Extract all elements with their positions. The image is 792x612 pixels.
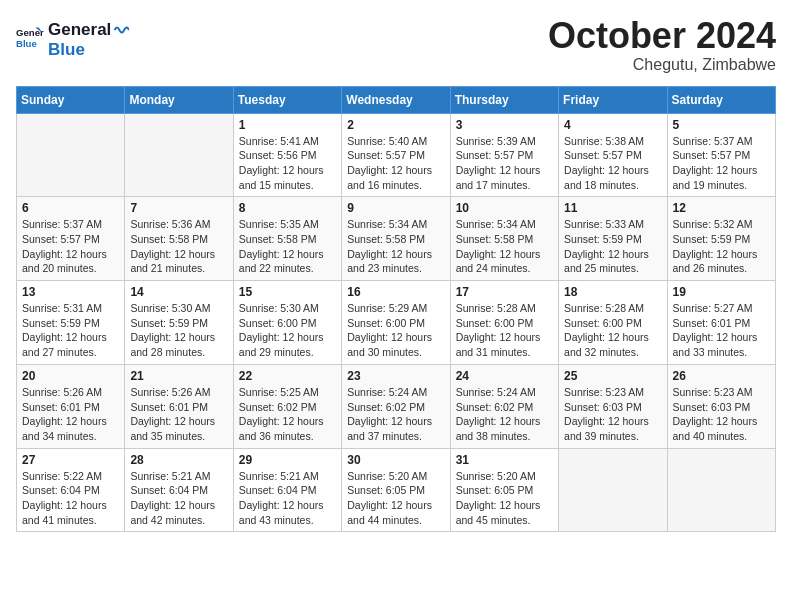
day-number: 2 xyxy=(347,118,444,132)
day-number: 10 xyxy=(456,201,553,215)
calendar-week-5: 27Sunrise: 5:22 AMSunset: 6:04 PMDayligh… xyxy=(17,448,776,532)
weekday-header-thursday: Thursday xyxy=(450,86,558,113)
calendar-cell: 8Sunrise: 5:35 AMSunset: 5:58 PMDaylight… xyxy=(233,197,341,281)
location-subtitle: Chegutu, Zimbabwe xyxy=(548,56,776,74)
calendar-cell: 5Sunrise: 5:37 AMSunset: 5:57 PMDaylight… xyxy=(667,113,775,197)
day-number: 14 xyxy=(130,285,227,299)
calendar-cell: 13Sunrise: 5:31 AMSunset: 5:59 PMDayligh… xyxy=(17,281,125,365)
calendar-cell: 2Sunrise: 5:40 AMSunset: 5:57 PMDaylight… xyxy=(342,113,450,197)
weekday-header-friday: Friday xyxy=(559,86,667,113)
day-info: Sunrise: 5:39 AMSunset: 5:57 PMDaylight:… xyxy=(456,134,553,193)
calendar-cell: 4Sunrise: 5:38 AMSunset: 5:57 PMDaylight… xyxy=(559,113,667,197)
calendar-cell: 11Sunrise: 5:33 AMSunset: 5:59 PMDayligh… xyxy=(559,197,667,281)
day-number: 15 xyxy=(239,285,336,299)
page-header: General Blue General Blue October 2024 C… xyxy=(16,16,776,74)
calendar-cell: 23Sunrise: 5:24 AMSunset: 6:02 PMDayligh… xyxy=(342,364,450,448)
calendar-cell: 20Sunrise: 5:26 AMSunset: 6:01 PMDayligh… xyxy=(17,364,125,448)
day-number: 12 xyxy=(673,201,770,215)
day-info: Sunrise: 5:24 AMSunset: 6:02 PMDaylight:… xyxy=(347,385,444,444)
day-number: 6 xyxy=(22,201,119,215)
day-info: Sunrise: 5:26 AMSunset: 6:01 PMDaylight:… xyxy=(22,385,119,444)
day-info: Sunrise: 5:34 AMSunset: 5:58 PMDaylight:… xyxy=(347,217,444,276)
day-info: Sunrise: 5:31 AMSunset: 5:59 PMDaylight:… xyxy=(22,301,119,360)
day-info: Sunrise: 5:37 AMSunset: 5:57 PMDaylight:… xyxy=(22,217,119,276)
day-info: Sunrise: 5:28 AMSunset: 6:00 PMDaylight:… xyxy=(564,301,661,360)
day-number: 1 xyxy=(239,118,336,132)
calendar-cell: 10Sunrise: 5:34 AMSunset: 5:58 PMDayligh… xyxy=(450,197,558,281)
day-number: 31 xyxy=(456,453,553,467)
day-number: 3 xyxy=(456,118,553,132)
day-info: Sunrise: 5:21 AMSunset: 6:04 PMDaylight:… xyxy=(130,469,227,528)
day-number: 19 xyxy=(673,285,770,299)
logo-text-general: General xyxy=(48,20,111,40)
weekday-header-monday: Monday xyxy=(125,86,233,113)
day-number: 11 xyxy=(564,201,661,215)
day-number: 24 xyxy=(456,369,553,383)
day-number: 25 xyxy=(564,369,661,383)
day-number: 20 xyxy=(22,369,119,383)
day-info: Sunrise: 5:32 AMSunset: 5:59 PMDaylight:… xyxy=(673,217,770,276)
day-number: 27 xyxy=(22,453,119,467)
calendar-week-2: 6Sunrise: 5:37 AMSunset: 5:57 PMDaylight… xyxy=(17,197,776,281)
calendar-cell: 31Sunrise: 5:20 AMSunset: 6:05 PMDayligh… xyxy=(450,448,558,532)
day-number: 22 xyxy=(239,369,336,383)
day-number: 21 xyxy=(130,369,227,383)
day-number: 16 xyxy=(347,285,444,299)
calendar-cell: 26Sunrise: 5:23 AMSunset: 6:03 PMDayligh… xyxy=(667,364,775,448)
calendar-cell: 3Sunrise: 5:39 AMSunset: 5:57 PMDaylight… xyxy=(450,113,558,197)
calendar-cell: 24Sunrise: 5:24 AMSunset: 6:02 PMDayligh… xyxy=(450,364,558,448)
calendar-cell: 19Sunrise: 5:27 AMSunset: 6:01 PMDayligh… xyxy=(667,281,775,365)
calendar-cell: 7Sunrise: 5:36 AMSunset: 5:58 PMDaylight… xyxy=(125,197,233,281)
calendar-cell xyxy=(125,113,233,197)
calendar-cell xyxy=(17,113,125,197)
day-info: Sunrise: 5:36 AMSunset: 5:58 PMDaylight:… xyxy=(130,217,227,276)
day-info: Sunrise: 5:21 AMSunset: 6:04 PMDaylight:… xyxy=(239,469,336,528)
day-number: 18 xyxy=(564,285,661,299)
day-info: Sunrise: 5:29 AMSunset: 6:00 PMDaylight:… xyxy=(347,301,444,360)
day-number: 17 xyxy=(456,285,553,299)
day-info: Sunrise: 5:37 AMSunset: 5:57 PMDaylight:… xyxy=(673,134,770,193)
day-number: 28 xyxy=(130,453,227,467)
calendar-cell: 6Sunrise: 5:37 AMSunset: 5:57 PMDaylight… xyxy=(17,197,125,281)
logo: General Blue General Blue xyxy=(16,16,129,60)
calendar-cell: 25Sunrise: 5:23 AMSunset: 6:03 PMDayligh… xyxy=(559,364,667,448)
calendar-cell: 1Sunrise: 5:41 AMSunset: 5:56 PMDaylight… xyxy=(233,113,341,197)
day-number: 5 xyxy=(673,118,770,132)
calendar-cell: 27Sunrise: 5:22 AMSunset: 6:04 PMDayligh… xyxy=(17,448,125,532)
day-info: Sunrise: 5:23 AMSunset: 6:03 PMDaylight:… xyxy=(564,385,661,444)
weekday-header-tuesday: Tuesday xyxy=(233,86,341,113)
logo-wave-icon xyxy=(113,22,129,38)
calendar-cell xyxy=(559,448,667,532)
title-block: October 2024 Chegutu, Zimbabwe xyxy=(548,16,776,74)
calendar-cell: 16Sunrise: 5:29 AMSunset: 6:00 PMDayligh… xyxy=(342,281,450,365)
calendar-cell xyxy=(667,448,775,532)
day-info: Sunrise: 5:23 AMSunset: 6:03 PMDaylight:… xyxy=(673,385,770,444)
weekday-header-saturday: Saturday xyxy=(667,86,775,113)
weekday-header-sunday: Sunday xyxy=(17,86,125,113)
day-number: 4 xyxy=(564,118,661,132)
svg-text:Blue: Blue xyxy=(16,38,37,49)
day-number: 9 xyxy=(347,201,444,215)
day-info: Sunrise: 5:24 AMSunset: 6:02 PMDaylight:… xyxy=(456,385,553,444)
day-number: 30 xyxy=(347,453,444,467)
calendar-cell: 22Sunrise: 5:25 AMSunset: 6:02 PMDayligh… xyxy=(233,364,341,448)
day-info: Sunrise: 5:26 AMSunset: 6:01 PMDaylight:… xyxy=(130,385,227,444)
calendar-cell: 12Sunrise: 5:32 AMSunset: 5:59 PMDayligh… xyxy=(667,197,775,281)
day-info: Sunrise: 5:40 AMSunset: 5:57 PMDaylight:… xyxy=(347,134,444,193)
calendar-cell: 17Sunrise: 5:28 AMSunset: 6:00 PMDayligh… xyxy=(450,281,558,365)
day-info: Sunrise: 5:20 AMSunset: 6:05 PMDaylight:… xyxy=(456,469,553,528)
calendar-cell: 28Sunrise: 5:21 AMSunset: 6:04 PMDayligh… xyxy=(125,448,233,532)
calendar-cell: 14Sunrise: 5:30 AMSunset: 5:59 PMDayligh… xyxy=(125,281,233,365)
calendar-cell: 15Sunrise: 5:30 AMSunset: 6:00 PMDayligh… xyxy=(233,281,341,365)
calendar-week-3: 13Sunrise: 5:31 AMSunset: 5:59 PMDayligh… xyxy=(17,281,776,365)
day-info: Sunrise: 5:33 AMSunset: 5:59 PMDaylight:… xyxy=(564,217,661,276)
weekday-header-wednesday: Wednesday xyxy=(342,86,450,113)
day-number: 8 xyxy=(239,201,336,215)
day-info: Sunrise: 5:30 AMSunset: 5:59 PMDaylight:… xyxy=(130,301,227,360)
calendar-cell: 9Sunrise: 5:34 AMSunset: 5:58 PMDaylight… xyxy=(342,197,450,281)
day-info: Sunrise: 5:22 AMSunset: 6:04 PMDaylight:… xyxy=(22,469,119,528)
day-number: 13 xyxy=(22,285,119,299)
calendar-week-4: 20Sunrise: 5:26 AMSunset: 6:01 PMDayligh… xyxy=(17,364,776,448)
calendar-cell: 21Sunrise: 5:26 AMSunset: 6:01 PMDayligh… xyxy=(125,364,233,448)
day-info: Sunrise: 5:30 AMSunset: 6:00 PMDaylight:… xyxy=(239,301,336,360)
